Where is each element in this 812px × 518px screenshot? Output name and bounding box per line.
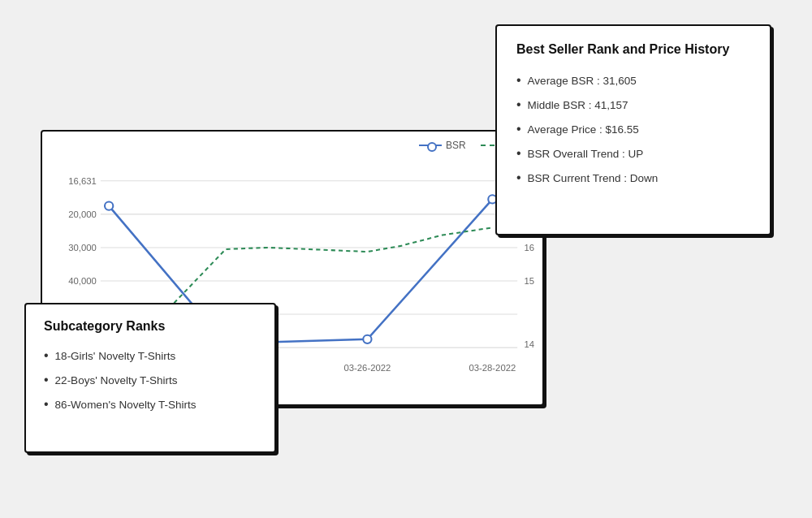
sub-card-title: Subcategory Ranks [44,319,257,334]
sub-rank-boys: 22-Boys' Novelty T-Shirts [44,368,257,392]
legend-bsr-line [419,145,442,146]
svg-text:40,000: 40,000 [68,276,97,286]
bsr-stat-avg-price: Average Price : $16.55 [516,117,750,141]
svg-text:15: 15 [524,276,534,286]
svg-text:16: 16 [524,243,534,253]
svg-text:03-28-2022: 03-28-2022 [469,363,516,373]
svg-text:03-26-2022: 03-26-2022 [344,363,391,373]
bsr-stat-overall-trend: BSR Overall Trend : UP [516,141,750,166]
sub-rank-girls: 18-Girls' Novelty T-Shirts [44,343,257,368]
bsr-stat-middle-bsr: Middle BSR : 41,157 [516,93,750,117]
svg-text:16,631: 16,631 [68,176,97,186]
svg-text:30,000: 30,000 [68,243,97,253]
sub-ranks-list: 18-Girls' Novelty T-Shirts 22-Boys' Nove… [44,343,257,417]
legend-bsr: BSR [419,140,466,151]
legend-bsr-label: BSR [446,140,466,151]
svg-text:14: 14 [524,339,534,349]
chart-legend: BSR Price [42,132,542,156]
subcategory-card: Subcategory Ranks 18-Girls' Novelty T-Sh… [24,303,276,453]
sub-rank-women: 86-Women's Novelty T-Shirts [44,392,257,417]
bsr-card: Best Seller Rank and Price History Avera… [495,24,771,235]
svg-point-20 [363,335,371,343]
svg-point-18 [105,201,113,209]
bsr-stats-list: Average BSR : 31,605 Middle BSR : 41,157… [516,68,750,190]
bsr-stat-avg-bsr: Average BSR : 31,605 [516,68,750,93]
svg-text:20,000: 20,000 [68,209,97,219]
bsr-stat-current-trend: BSR Current Trend : Down [516,166,750,190]
bsr-card-title: Best Seller Rank and Price History [516,42,750,57]
